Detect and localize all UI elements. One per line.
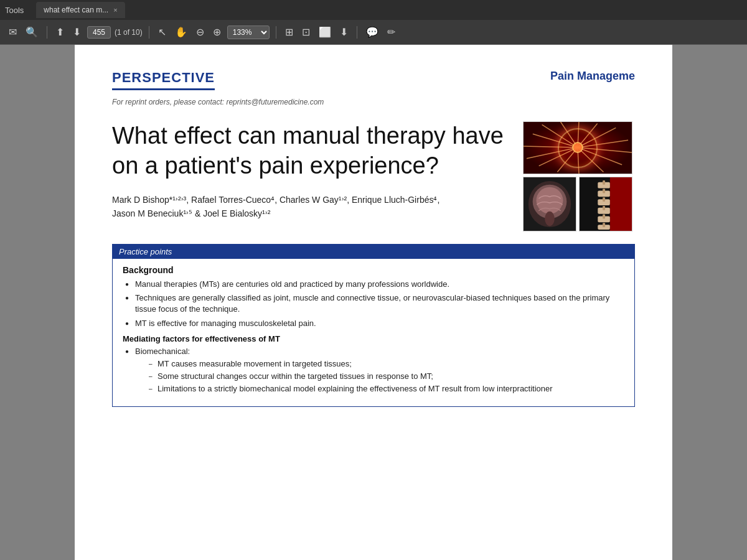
title-bar: Tools what effect can m... ×	[0, 0, 747, 20]
perspective-label: PERSPECTIVE	[112, 70, 215, 90]
reprint-info: For reprint orders, please contact: repr…	[112, 98, 635, 106]
main-title-area: What effect can manual therapy have on a…	[112, 121, 635, 231]
zoom-out-button[interactable]: ⊖	[194, 25, 207, 39]
zoom-select[interactable]: 133% 150% 200%	[227, 26, 270, 39]
authors: Mark D Bishop*¹˒²˒³, Rafael Torres-Cueco…	[112, 193, 510, 221]
svg-rect-35	[603, 223, 605, 227]
tools-menu[interactable]: Tools	[5, 6, 24, 15]
biomechanical-label: Biomechanical:	[135, 347, 190, 356]
hand-tool-button[interactable]: ✋	[172, 25, 190, 39]
pdf-toolbar: ✉ 🔍 ⬆ ⬇ (1 of 10) ↖ ✋ ⊖ ⊕ 133% 150% 200%…	[0, 20, 747, 45]
background-section-title: Background	[123, 265, 624, 275]
practice-points-header: Practice points	[113, 245, 634, 259]
authors-line-2: Jason M Beneciuk¹˒⁵ & Joel E Bialosky¹˒²	[112, 207, 510, 220]
sub-bullet-2: Some structural changes occur within the…	[135, 371, 624, 382]
fit-page-button[interactable]: ⊞	[283, 25, 296, 39]
svg-rect-0	[524, 121, 632, 174]
mail-button[interactable]: ✉	[6, 25, 19, 39]
page-info: (1 of 10)	[115, 28, 143, 37]
bullet-2: Techniques are generally classified as j…	[123, 292, 624, 315]
sub-bullet-3: Limitations to a strictly biomechanical …	[135, 383, 624, 394]
toolbar-divider-3	[276, 26, 276, 39]
brain-scan-image	[523, 177, 576, 231]
fit-width-button[interactable]: ⊡	[299, 25, 312, 39]
svg-rect-23	[610, 177, 632, 231]
page-bottom-fade	[75, 541, 672, 560]
mediating-section-title: Mediating factors for effectiveness of M…	[123, 334, 624, 343]
svg-rect-32	[603, 197, 605, 202]
download-button[interactable]: ⬇	[337, 25, 350, 39]
browser-tab[interactable]: what effect can m... ×	[36, 2, 125, 18]
article-images	[523, 121, 635, 231]
prev-page-button[interactable]: ⬆	[54, 25, 67, 39]
toolbar-divider-2	[149, 26, 149, 39]
svg-point-16	[573, 142, 583, 152]
tab-label: what effect can m...	[44, 6, 108, 14]
bullet-3: MT is effective for managing musculoskel…	[123, 318, 624, 329]
search-button[interactable]: 🔍	[23, 25, 40, 39]
bullet-1: Manual therapies (MTs) are centuries old…	[123, 279, 624, 290]
tab-close-button[interactable]: ×	[113, 6, 117, 14]
svg-rect-33	[603, 206, 605, 210]
svg-rect-31	[603, 189, 605, 194]
toolbar-divider-4	[357, 26, 357, 39]
pdf-viewer: PERSPECTIVE Pain Manageme For reprint or…	[0, 45, 747, 560]
neural-image	[523, 121, 632, 174]
edit-button[interactable]: ✏	[385, 25, 398, 39]
svg-point-21	[545, 212, 555, 226]
practice-points-content: Background Manual therapies (MTs) are ce…	[113, 259, 634, 406]
toolbar-divider-1	[47, 26, 47, 39]
main-title-section: What effect can manual therapy have on a…	[112, 121, 523, 221]
page-header: PERSPECTIVE Pain Manageme	[112, 70, 635, 90]
article-title: What effect can manual therapy have on a…	[112, 121, 510, 180]
svg-rect-30	[603, 180, 605, 185]
pdf-page: PERSPECTIVE Pain Manageme For reprint or…	[75, 45, 672, 560]
svg-rect-34	[603, 215, 605, 219]
mediating-bullets: Biomechanical: MT causes measurable move…	[123, 346, 624, 395]
journal-title: Pain Manageme	[550, 70, 635, 83]
background-bullets: Manual therapies (MTs) are centuries old…	[123, 279, 624, 329]
sub-bullet-1: MT causes measurable movement in targete…	[135, 358, 624, 370]
page-number-input[interactable]	[87, 26, 111, 39]
comment-button[interactable]: 💬	[364, 25, 381, 39]
zoom-in-button[interactable]: ⊕	[210, 25, 223, 39]
biomechanical-sub-bullets: MT causes measurable movement in targete…	[135, 358, 624, 395]
biomechanical-bullet: Biomechanical: MT causes measurable move…	[123, 346, 624, 395]
practice-points-box: Practice points Background Manual therap…	[112, 244, 635, 407]
spine-image	[579, 177, 632, 231]
fullscreen-button[interactable]: ⬜	[316, 25, 334, 39]
next-page-button[interactable]: ⬇	[70, 25, 83, 39]
authors-line-1: Mark D Bishop*¹˒²˒³, Rafael Torres-Cueco…	[112, 193, 510, 207]
cursor-tool-button[interactable]: ↖	[156, 25, 169, 39]
